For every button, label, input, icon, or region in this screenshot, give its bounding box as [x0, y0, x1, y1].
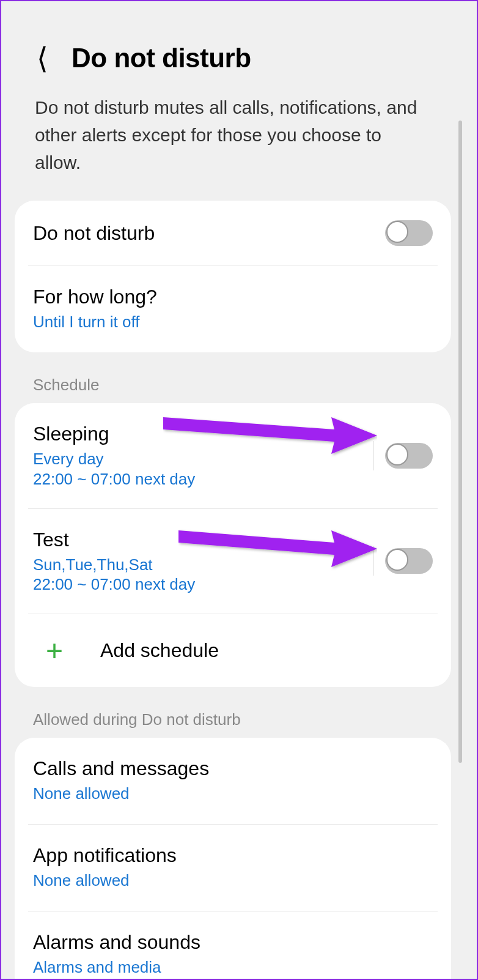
page-description: Do not disturb mutes all calls, notifica… [1, 94, 465, 201]
allowed-value: Alarms and media [33, 957, 433, 978]
schedule-card: Sleeping Every day 22:00 ~ 07:00 next da… [15, 403, 451, 688]
schedule-days: Every day [33, 449, 373, 470]
allowed-title: Alarms and sounds [33, 931, 433, 954]
allowed-value: None allowed [33, 784, 433, 804]
dnd-toggle[interactable] [385, 220, 433, 246]
schedule-toggle-sleeping[interactable] [385, 443, 433, 469]
section-header-schedule: Schedule [1, 352, 465, 403]
allowed-title: App notifications [33, 844, 433, 867]
vertical-divider [373, 546, 374, 576]
dnd-toggle-row[interactable]: Do not disturb [15, 201, 451, 265]
how-long-label: For how long? [33, 286, 433, 308]
vertical-divider [373, 441, 374, 470]
plus-icon: + [33, 634, 76, 667]
allowed-title: Calls and messages [33, 757, 433, 780]
allowed-item-alarms[interactable]: Alarms and sounds Alarms and media [15, 911, 451, 980]
page-title: Do not disturb [72, 43, 251, 73]
section-header-allowed: Allowed during Do not disturb [1, 687, 465, 738]
back-icon[interactable]: ⟨ [37, 41, 48, 75]
schedule-item-test[interactable]: Test Sun,Tue,Thu,Sat 22:00 ~ 07:00 next … [15, 509, 451, 614]
add-schedule-label: Add schedule [100, 639, 219, 662]
scrollbar[interactable] [458, 121, 462, 763]
schedule-time: 22:00 ~ 07:00 next day [33, 575, 373, 594]
allowed-value: None allowed [33, 870, 433, 891]
allowed-item-apps[interactable]: App notifications None allowed [15, 825, 451, 911]
schedule-title: Test [33, 529, 373, 551]
allowed-item-calls[interactable]: Calls and messages None allowed [15, 738, 451, 824]
allowed-card: Calls and messages None allowed App noti… [15, 738, 451, 980]
schedule-item-sleeping[interactable]: Sleeping Every day 22:00 ~ 07:00 next da… [15, 403, 451, 508]
how-long-value: Until I turn it off [33, 312, 433, 333]
dnd-main-card: Do not disturb For how long? Until I tur… [15, 201, 451, 352]
schedule-toggle-test[interactable] [385, 548, 433, 574]
header: ⟨ Do not disturb [1, 1, 465, 94]
schedule-title: Sleeping [33, 423, 373, 445]
schedule-days: Sun,Tue,Thu,Sat [33, 555, 373, 576]
schedule-time: 22:00 ~ 07:00 next day [33, 470, 373, 489]
dnd-toggle-label: Do not disturb [33, 222, 385, 245]
how-long-row[interactable]: For how long? Until I turn it off [15, 266, 451, 352]
add-schedule-row[interactable]: + Add schedule [15, 614, 451, 687]
